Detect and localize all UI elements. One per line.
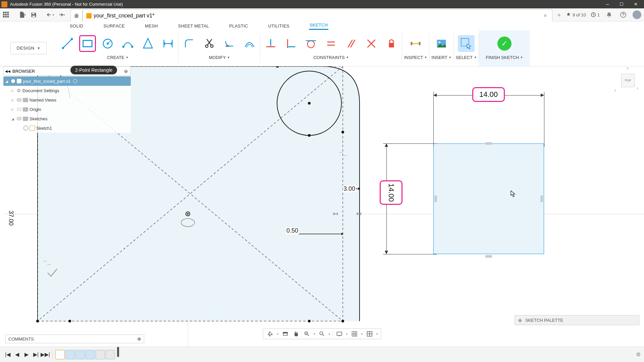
viewport-layout-button[interactable] (365, 329, 374, 338)
trim-tool[interactable] (201, 35, 218, 52)
new-tab-button[interactable]: ＋ (554, 10, 564, 19)
extend-tool[interactable] (221, 35, 238, 52)
slot-tool[interactable] (160, 35, 176, 52)
dimension-width[interactable]: 14.00 (472, 87, 505, 102)
timeline-feature[interactable] (106, 350, 115, 359)
ribbon-group-inspect-label[interactable]: INSPECT ▼ (404, 53, 427, 61)
ribbon-group-insert-label[interactable]: INSERT ▼ (431, 53, 451, 61)
tab-utilities[interactable]: UTILITIES (268, 22, 290, 30)
visibility-toggle-icon[interactable] (17, 117, 21, 120)
visibility-toggle-icon[interactable] (11, 79, 15, 83)
parallel-constraint[interactable] (343, 35, 360, 52)
tree-item-named-views[interactable]: ▷ Named Views (3, 95, 131, 105)
minimize-button[interactable]: ─ (600, 0, 614, 8)
horizontal-constraint[interactable] (262, 35, 279, 52)
timeline-next-button[interactable]: ▶| (32, 350, 40, 359)
maximize-button[interactable]: ☐ (614, 0, 629, 8)
timeline-feature[interactable] (65, 350, 75, 359)
activate-radio-icon[interactable] (73, 79, 77, 83)
expand-icon[interactable]: ⊕ (518, 318, 522, 323)
visibility-toggle-icon[interactable] (17, 98, 21, 102)
document-tab[interactable]: your_first_cnced_part v1* × (83, 9, 552, 21)
dimension-height[interactable]: 14.00 (380, 180, 402, 205)
timeline-feature[interactable] (75, 350, 85, 359)
timeline-playhead[interactable] (117, 347, 119, 357)
fit-button[interactable] (318, 329, 326, 338)
orbit-button[interactable] (266, 329, 275, 338)
line-tool[interactable] (59, 35, 76, 52)
timeline-end-button[interactable]: ▶▶| (41, 350, 50, 359)
file-menu-button[interactable]: ▼ (18, 10, 28, 19)
tree-item-doc-settings[interactable]: ▷ ⚙ Document Settings (3, 86, 131, 95)
timeline-settings-button[interactable]: ⚙ (636, 351, 641, 358)
perpendicular-constraint[interactable] (363, 35, 380, 52)
vertical-constraint[interactable] (282, 35, 299, 52)
finish-sketch-button[interactable]: ✓ (497, 37, 512, 51)
zoom-button[interactable] (303, 329, 311, 338)
tab-plastic[interactable]: PLASTIC (228, 22, 249, 30)
tangent-constraint[interactable] (303, 35, 319, 52)
viewcube-face[interactable]: TOP (621, 74, 635, 87)
home-tab[interactable] (70, 9, 83, 21)
tab-surface[interactable]: SURFACE (103, 22, 126, 30)
visibility-toggle-icon[interactable] (23, 126, 28, 130)
fix-constraint[interactable] (383, 35, 400, 52)
tree-item-sketch1[interactable]: Sketch1 (3, 123, 131, 133)
measure-tool[interactable] (407, 35, 424, 52)
workspace-picker[interactable]: DESIGN▼ (10, 42, 47, 54)
close-button[interactable]: ✕ (629, 0, 643, 8)
tree-root[interactable]: ◢ your_first_cnced_part v1 (3, 76, 131, 86)
sketch-palette-header[interactable]: ⊕ SKETCH PALETTE (515, 315, 639, 325)
viewcube[interactable]: z Y x TOP (619, 72, 637, 89)
sketch-rectangle[interactable] (433, 143, 544, 254)
ribbon-group-select-label[interactable]: SELECT ▼ (456, 53, 477, 61)
ribbon-group-constraints-label[interactable]: CONSTRAINTS ▼ (313, 53, 348, 61)
timeline-feature[interactable] (96, 350, 105, 359)
notifications-button[interactable] (604, 10, 614, 19)
tab-mesh[interactable]: MESH (144, 22, 159, 30)
offset-tool[interactable] (241, 35, 258, 52)
comments-panel[interactable]: COMMENTS ⊕ (5, 335, 144, 343)
save-button[interactable] (29, 10, 38, 19)
tree-item-origin[interactable]: ▷ Origin (3, 105, 131, 114)
browser-minimize-button[interactable]: ⊖ (124, 69, 129, 74)
timeline-start-button[interactable]: |◀ (3, 350, 12, 359)
polygon-tool[interactable] (140, 35, 156, 52)
timeline-prev-button[interactable]: ◀ (13, 350, 21, 359)
fillet-tool[interactable] (181, 35, 198, 52)
timeline-play-button[interactable]: ▶ (22, 350, 31, 359)
select-tool[interactable] (458, 35, 475, 52)
dimension-fillet[interactable]: 0.50 (286, 227, 299, 234)
tab-sheet-metal[interactable]: SHEET METAL (177, 22, 210, 30)
equal-constraint[interactable] (323, 35, 339, 52)
timeline-feature-sketch[interactable] (55, 350, 65, 359)
ribbon-group-finish-label[interactable]: FINISH SKETCH ▼ (486, 53, 523, 61)
undo-button[interactable]: ▼ (46, 10, 55, 19)
tab-solid[interactable]: SOLID (69, 22, 84, 30)
dimension-inset[interactable]: 3.00 (343, 185, 356, 192)
recovery-status[interactable]: 9 of 10 (566, 12, 586, 17)
grid-settings-button[interactable] (350, 329, 359, 338)
ribbon-group-create-label[interactable]: CREATE ▼ (107, 53, 128, 61)
help-button[interactable] (619, 10, 628, 19)
circle-tool[interactable] (99, 35, 116, 52)
pan-button[interactable] (292, 329, 301, 338)
insert-image-tool[interactable] (433, 35, 450, 52)
tree-item-sketches[interactable]: ◢ Sketches (3, 114, 131, 123)
look-at-button[interactable] (281, 329, 290, 338)
dimension-side[interactable]: 37.00 (7, 210, 14, 226)
add-comment-button[interactable]: ⊕ (137, 336, 141, 342)
data-panel-button[interactable] (1, 10, 11, 19)
collapse-icon[interactable]: ◀◀ (5, 69, 10, 73)
job-status[interactable]: 1 (591, 12, 600, 17)
display-settings-button[interactable] (335, 329, 344, 338)
document-tab-close-button[interactable]: × (542, 13, 549, 19)
ribbon-group-modify-label[interactable]: MODIFY ▼ (209, 53, 230, 61)
redo-button[interactable]: ▼ (56, 10, 66, 19)
user-avatar[interactable] (633, 10, 641, 19)
timeline-feature[interactable] (86, 350, 95, 359)
visibility-toggle-icon[interactable] (17, 108, 21, 111)
rectangle-tool[interactable] (79, 35, 96, 52)
arc-tool[interactable] (119, 35, 136, 52)
tab-sketch[interactable]: SKETCH (309, 21, 329, 30)
